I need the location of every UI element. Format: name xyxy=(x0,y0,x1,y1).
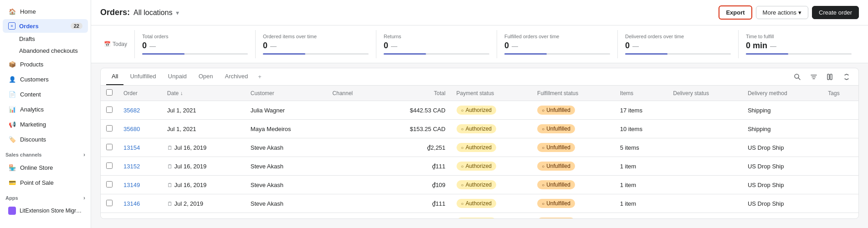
table-row[interactable]: 35680 Jul 1, 2021 Maya Medeiros $153.25 … xyxy=(101,120,858,138)
delivery-status-cell xyxy=(668,176,742,194)
order-link[interactable]: 35682 xyxy=(123,107,140,114)
delivery-method-cell: Shipping xyxy=(742,120,822,138)
sidebar-item-home[interactable]: 🏠 Home xyxy=(3,4,88,19)
row-checkbox-cell xyxy=(101,176,118,194)
page-header: Orders: All locations ▾ Export More acti… xyxy=(91,0,868,25)
sidebar-item-orders[interactable]: ≡ Orders 22 xyxy=(3,19,88,33)
order-link[interactable]: 35680 xyxy=(123,126,140,132)
apps-arrow[interactable]: › xyxy=(83,195,85,201)
row-checkbox[interactable] xyxy=(106,125,113,132)
order-link[interactable]: 13154 xyxy=(123,144,140,151)
filter-button[interactable] xyxy=(807,71,820,83)
sidebar-item-products[interactable]: 📦 Products xyxy=(3,57,88,71)
tab-unpaid[interactable]: Unpaid xyxy=(163,68,192,85)
row-checkbox[interactable] xyxy=(106,144,113,150)
date-cell: 🗒 Jul 16, 2019 xyxy=(162,138,245,157)
order-link[interactable]: 13152 xyxy=(123,163,140,170)
sales-channels-arrow[interactable]: › xyxy=(83,152,85,158)
fulfillment-status-cell: Unfulfilled xyxy=(532,120,615,138)
fulfillment-status-cell: Unfulfilled xyxy=(532,101,615,120)
date-col-header[interactable]: Date ↓ xyxy=(162,86,245,101)
sidebar-analytics-label: Analytics xyxy=(20,106,44,113)
table-row[interactable]: 13149 🗒 Jul 16, 2019 Steve Akash ₫109 Au… xyxy=(101,176,858,194)
date-sort-icon: ↓ xyxy=(180,90,183,96)
sidebar-item-online-store[interactable]: 🏪 Online Store xyxy=(3,160,88,175)
delivery-method-cell: US Drop Ship xyxy=(742,213,822,219)
fulfillment-status-badge: Unfulfilled xyxy=(537,106,575,115)
content-icon: 📄 xyxy=(8,90,16,98)
sidebar-item-abandoned-checkouts[interactable]: Abandoned checkouts xyxy=(3,45,88,56)
row-checkbox[interactable] xyxy=(106,162,113,169)
row-checkbox-cell xyxy=(101,120,118,138)
fulfillment-status-badge: Unfulfilled xyxy=(537,143,575,152)
returns-dash: — xyxy=(391,42,397,50)
app-icon xyxy=(8,207,16,215)
items-cell: 1 item xyxy=(615,213,668,219)
delivery-method-col-header: Delivery method xyxy=(742,86,822,101)
row-checkbox[interactable] xyxy=(106,106,113,113)
tab-all[interactable]: All xyxy=(106,68,123,85)
table-row[interactable]: 13154 🗒 Jul 16, 2019 Steve Akash ₫2,251 … xyxy=(101,138,858,157)
order-col-header: Order xyxy=(118,86,162,101)
items-cell: 1 item xyxy=(615,194,668,213)
fulfillment-status-badge: Unfulfilled xyxy=(537,199,575,208)
ordered-items-sparkline xyxy=(263,53,369,55)
more-actions-button[interactable]: More actions ▾ xyxy=(756,6,808,19)
sidebar-item-content[interactable]: 📄 Content xyxy=(3,87,88,101)
search-button[interactable] xyxy=(791,71,804,83)
tab-open[interactable]: Open xyxy=(193,68,219,85)
columns-button[interactable] xyxy=(824,71,837,83)
customer-cell: Maya Medeiros xyxy=(245,120,327,138)
table-row[interactable]: 35682 Jul 1, 2021 Julia Wagner $442.53 C… xyxy=(101,101,858,120)
table-row[interactable]: 13144 🗒 Jul 1, 2019 Steve Akash ₫111 Aut… xyxy=(101,213,858,219)
pos-icon: 💳 xyxy=(8,178,16,187)
stat-fulfilled: Fulfilled orders over time 0 — xyxy=(497,30,618,58)
table-scroll[interactable]: Order Date ↓ Customer Channel Total Paym… xyxy=(101,86,858,218)
row-checkbox[interactable] xyxy=(106,181,113,187)
more-actions-chevron-icon: ▾ xyxy=(798,9,801,16)
sidebar-item-discounts[interactable]: 🏷️ Discounts xyxy=(3,132,88,147)
sidebar-item-customers[interactable]: 👤 Customers xyxy=(3,72,88,86)
customers-icon: 👤 xyxy=(8,75,16,83)
returns-value: 0 xyxy=(384,41,388,51)
table-row[interactable]: 13152 🗒 Jul 16, 2019 Steve Akash ₫111 Au… xyxy=(101,157,858,176)
row-checkbox[interactable] xyxy=(106,200,113,206)
table-row[interactable]: 13146 🗒 Jul 2, 2019 Steve Akash ₫111 Aut… xyxy=(101,194,858,213)
online-store-icon: 🏪 xyxy=(8,163,16,172)
export-button[interactable]: Export xyxy=(719,5,752,20)
sidebar-item-point-of-sale[interactable]: 💳 Point of Sale xyxy=(3,175,88,190)
tab-archived[interactable]: Archived xyxy=(220,68,254,85)
note-icon: 🗒 xyxy=(167,201,173,207)
total-orders-dash: — xyxy=(149,42,156,50)
total-cell: $153.25 CAD xyxy=(377,120,451,138)
sidebar-item-analytics[interactable]: 📊 Analytics xyxy=(3,102,88,117)
create-order-button[interactable]: Create order xyxy=(812,6,859,19)
total-cell: ₫111 xyxy=(377,213,451,219)
delivered-dash: — xyxy=(632,42,639,50)
order-link[interactable]: 13149 xyxy=(123,182,140,188)
stats-row: 📅 Today Total orders 0 — Ordered items o… xyxy=(91,25,868,63)
sidebar-item-drafts[interactable]: Drafts xyxy=(3,33,88,45)
order-link[interactable]: 13146 xyxy=(123,200,140,207)
fulfillment-status-badge: Unfulfilled xyxy=(537,180,575,189)
delivery-method-cell: US Drop Ship xyxy=(742,138,822,157)
svg-line-1 xyxy=(798,78,800,80)
sidebar-item-app[interactable]: LitExtension Store Migrati... xyxy=(3,203,88,218)
total-orders-label: Total orders xyxy=(142,34,168,39)
sidebar-home-label: Home xyxy=(20,8,36,15)
select-all-checkbox[interactable] xyxy=(106,89,113,96)
tab-unfulfilled[interactable]: Unfulfilled xyxy=(124,68,161,85)
sidebar-orders-label: Orders xyxy=(19,23,39,30)
location-chevron-icon[interactable]: ▾ xyxy=(176,9,179,16)
tags-col-header: Tags xyxy=(822,86,858,101)
tab-add-button[interactable]: + xyxy=(254,69,265,85)
tags-cell xyxy=(822,138,858,157)
total-orders-sparkline xyxy=(142,53,248,55)
stat-ordered-items: Ordered items over time 0 — xyxy=(256,30,376,58)
sidebar-discounts-label: Discounts xyxy=(20,136,46,143)
items-col-header: Items xyxy=(615,86,668,101)
time-sparkline xyxy=(746,53,852,55)
sort-button[interactable] xyxy=(840,71,853,83)
sidebar-item-marketing[interactable]: 📢 Marketing xyxy=(3,117,88,132)
row-checkbox[interactable] xyxy=(106,218,113,219)
